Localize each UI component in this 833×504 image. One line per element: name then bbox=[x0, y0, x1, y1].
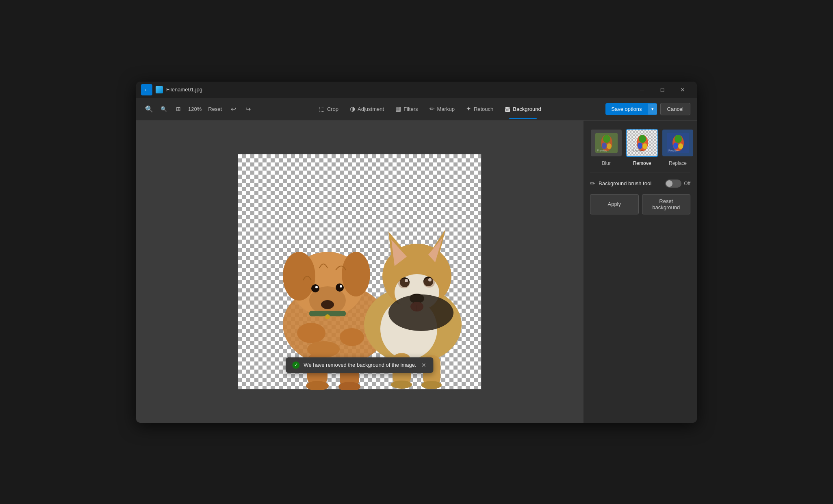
svg-point-45 bbox=[607, 143, 612, 149]
svg-point-35 bbox=[423, 278, 435, 288]
zoom-in-icon: 🔍 bbox=[145, 105, 153, 113]
dogs-image bbox=[238, 154, 482, 390]
svg-text:Preview: Preview bbox=[597, 149, 607, 152]
svg-point-17 bbox=[340, 328, 364, 346]
toolbar-left: 🔍 🔍 ⊞ 120% Reset ↩ ↪ bbox=[143, 102, 254, 115]
replace-preview: Preview bbox=[667, 133, 689, 153]
app-icon bbox=[156, 86, 163, 93]
reset-button[interactable]: Reset bbox=[205, 104, 225, 114]
blur-thumb: Preview bbox=[590, 129, 623, 157]
remove-preview: Preview bbox=[631, 133, 653, 153]
adjustment-tool-button[interactable]: ◑ Adjustment bbox=[345, 103, 389, 115]
svg-point-54 bbox=[675, 135, 682, 143]
replace-label: Replace bbox=[669, 160, 687, 166]
blur-label: Blur bbox=[602, 160, 610, 166]
crop-label: Crop bbox=[327, 106, 338, 112]
cancel-button[interactable]: Cancel bbox=[660, 103, 690, 115]
zoom-out-icon: 🔍 bbox=[161, 106, 167, 112]
blur-preview: Preview bbox=[595, 133, 618, 153]
replace-thumb: Preview bbox=[662, 129, 694, 157]
svg-point-49 bbox=[638, 143, 642, 149]
background-tool-button[interactable]: ▩ Background bbox=[500, 103, 546, 115]
background-options: Preview Blur bbox=[590, 129, 690, 166]
toolbar-center: ⬚ Crop ◑ Adjustment ▦ Filters ✏ Markup ✦… bbox=[256, 103, 604, 115]
svg-point-48 bbox=[639, 135, 646, 143]
svg-point-8 bbox=[315, 286, 318, 288]
filters-icon: ▦ bbox=[395, 105, 401, 112]
toggle-state-label: Off bbox=[684, 181, 690, 186]
image-canvas[interactable]: ✓ We have removed the background of the … bbox=[238, 154, 482, 389]
brush-icon: ✏ bbox=[590, 180, 595, 187]
main-content: ✓ We have removed the background of the … bbox=[136, 121, 697, 423]
window-controls: ─ □ ✕ bbox=[633, 83, 692, 96]
adjustment-icon: ◑ bbox=[350, 105, 355, 112]
app-window: ← Filename01.jpg ─ □ ✕ 🔍 🔍 ⊞ 120% Reset … bbox=[136, 82, 697, 423]
svg-point-50 bbox=[642, 143, 647, 149]
save-options-button[interactable]: Save options ▾ bbox=[605, 103, 657, 115]
svg-point-16 bbox=[297, 323, 325, 343]
svg-point-34 bbox=[398, 279, 410, 288]
svg-point-18 bbox=[307, 341, 340, 357]
svg-point-6 bbox=[311, 284, 319, 292]
toolbar: 🔍 🔍 ⊞ 120% Reset ↩ ↪ ⬚ Crop ◑ Adjustment… bbox=[136, 98, 697, 121]
redo-button[interactable]: ↪ bbox=[241, 102, 254, 115]
brush-tool-label: Background brush tool bbox=[599, 180, 662, 186]
zoom-in-button[interactable]: 🔍 bbox=[143, 102, 156, 115]
maximize-button[interactable]: □ bbox=[653, 83, 672, 96]
fit-button[interactable]: ⊞ bbox=[172, 102, 185, 115]
brush-tool-row: ✏ Background brush tool Off bbox=[590, 180, 690, 188]
filters-label: Filters bbox=[403, 106, 418, 112]
toast-close-button[interactable]: ✕ bbox=[421, 362, 427, 368]
markup-label: Markup bbox=[437, 106, 455, 112]
titlebar: ← Filename01.jpg ─ □ ✕ bbox=[136, 82, 697, 98]
remove-option[interactable]: Preview Remove bbox=[626, 129, 658, 166]
close-button[interactable]: ✕ bbox=[673, 83, 692, 96]
panel-divider bbox=[590, 173, 690, 173]
save-options-main-button[interactable]: Save options bbox=[605, 103, 647, 115]
zoom-level: 120% bbox=[187, 106, 203, 112]
svg-point-2 bbox=[283, 252, 315, 301]
markup-icon: ✏ bbox=[430, 105, 435, 112]
svg-point-3 bbox=[342, 252, 370, 296]
svg-point-56 bbox=[678, 143, 683, 149]
replace-option[interactable]: Preview Replace bbox=[662, 129, 694, 166]
filters-tool-button[interactable]: ▦ Filters bbox=[390, 103, 423, 115]
undo-button[interactable]: ↩ bbox=[227, 102, 240, 115]
window-title: Filename01.jpg bbox=[166, 87, 629, 93]
toggle-container: Off bbox=[665, 180, 690, 188]
background-label: Background bbox=[513, 106, 541, 112]
brush-toggle[interactable] bbox=[665, 180, 681, 188]
apply-button[interactable]: Apply bbox=[590, 194, 639, 214]
svg-text:Preview: Preview bbox=[633, 149, 643, 152]
back-button[interactable]: ← bbox=[141, 84, 152, 95]
svg-point-44 bbox=[602, 143, 607, 149]
retouch-label: Retouch bbox=[474, 106, 493, 112]
svg-point-40 bbox=[388, 294, 453, 331]
svg-point-5 bbox=[321, 300, 334, 309]
toast-check-icon: ✓ bbox=[292, 361, 299, 369]
svg-point-43 bbox=[603, 135, 610, 143]
adjustment-label: Adjustment bbox=[358, 106, 384, 112]
minimize-button[interactable]: ─ bbox=[633, 83, 651, 96]
toast-message: We have removed the background of the im… bbox=[304, 362, 416, 368]
retouch-tool-button[interactable]: ✦ Retouch bbox=[461, 103, 498, 115]
markup-tool-button[interactable]: ✏ Markup bbox=[425, 103, 460, 115]
action-buttons: Apply Reset background bbox=[590, 194, 690, 214]
svg-text:Preview: Preview bbox=[668, 149, 679, 152]
blur-option[interactable]: Preview Blur bbox=[590, 129, 623, 166]
toggle-knob bbox=[666, 180, 672, 187]
toast-notification: ✓ We have removed the background of the … bbox=[286, 357, 433, 373]
svg-point-7 bbox=[336, 283, 344, 292]
remove-label: Remove bbox=[633, 160, 651, 166]
svg-point-9 bbox=[340, 285, 342, 288]
svg-point-55 bbox=[673, 143, 678, 149]
right-panel: Preview Blur bbox=[583, 121, 697, 423]
crop-tool-button[interactable]: ⬚ Crop bbox=[314, 103, 343, 115]
svg-point-15 bbox=[325, 314, 330, 319]
save-options-dropdown-button[interactable]: ▾ bbox=[648, 104, 657, 115]
toolbar-right: Save options ▾ Cancel bbox=[605, 103, 690, 115]
zoom-out-button[interactable]: 🔍 bbox=[157, 102, 170, 115]
retouch-icon: ✦ bbox=[466, 105, 471, 112]
reset-background-button[interactable]: Reset background bbox=[642, 194, 691, 214]
canvas-area: ✓ We have removed the background of the … bbox=[136, 121, 583, 423]
